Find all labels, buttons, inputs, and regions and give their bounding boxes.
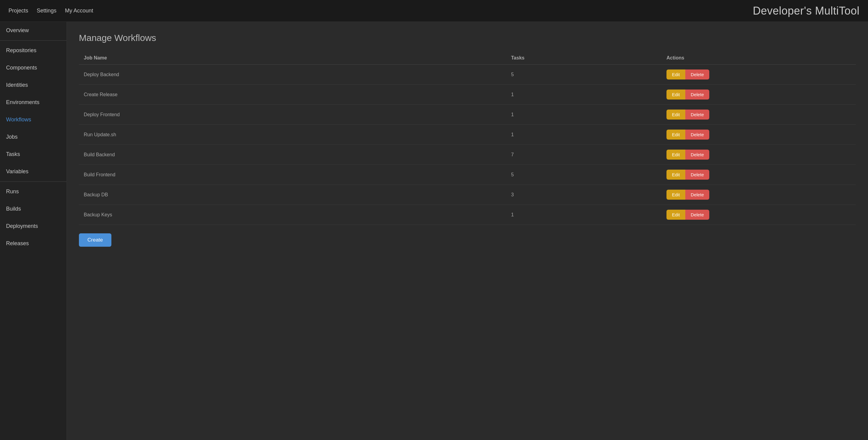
app-title: Developer's MultiTool (753, 5, 860, 17)
action-buttons: EditDelete (666, 150, 851, 160)
table-row: Backup DB3EditDelete (79, 185, 856, 205)
sidebar-item-releases[interactable]: Releases (0, 235, 66, 252)
action-buttons: EditDelete (666, 90, 851, 99)
workflow-table: Job Name Tasks Actions Deploy Backend5Ed… (79, 52, 856, 225)
tasks-cell: 7 (506, 145, 662, 165)
sidebar-item-runs[interactable]: Runs (0, 183, 66, 200)
sidebar-item-deployments[interactable]: Deployments (0, 218, 66, 235)
tasks-cell: 5 (506, 165, 662, 185)
tasks-cell: 1 (506, 85, 662, 105)
edit-button[interactable]: Edit (666, 190, 685, 200)
actions-cell: EditDelete (662, 205, 856, 225)
table-row: Run Update.sh1EditDelete (79, 125, 856, 145)
action-buttons: EditDelete (666, 69, 851, 80)
actions-cell: EditDelete (662, 145, 856, 165)
table-row: Deploy Frontend1EditDelete (79, 105, 856, 125)
job-name-cell: Run Update.sh (79, 125, 506, 145)
sidebar-item-builds[interactable]: Builds (0, 200, 66, 218)
edit-button[interactable]: Edit (666, 130, 685, 139)
delete-button[interactable]: Delete (685, 210, 709, 220)
tasks-cell: 3 (506, 185, 662, 205)
edit-button[interactable]: Edit (666, 90, 685, 99)
table-row: Backup Keys1EditDelete (79, 205, 856, 225)
delete-button[interactable]: Delete (685, 150, 709, 160)
job-name-cell: Build Frontend (79, 165, 506, 185)
tasks-cell: 1 (506, 205, 662, 225)
job-name-cell: Create Release (79, 85, 506, 105)
sidebar-item-components[interactable]: Components (0, 59, 66, 76)
actions-cell: EditDelete (662, 185, 856, 205)
actions-cell: EditDelete (662, 125, 856, 145)
action-buttons: EditDelete (666, 109, 851, 120)
sidebar: Overview Repositories Components Identit… (0, 22, 67, 440)
delete-button[interactable]: Delete (685, 169, 709, 180)
sidebar-item-environments[interactable]: Environments (0, 94, 66, 111)
job-name-cell: Backup DB (79, 185, 506, 205)
table-row: Create Release1EditDelete (79, 85, 856, 105)
actions-cell: EditDelete (662, 165, 856, 185)
nav-links: Projects Settings My Account (8, 8, 93, 14)
actions-cell: EditDelete (662, 85, 856, 105)
tasks-cell: 1 (506, 125, 662, 145)
sidebar-item-tasks[interactable]: Tasks (0, 146, 66, 163)
col-job-name: Job Name (79, 52, 506, 65)
actions-cell: EditDelete (662, 105, 856, 125)
delete-button[interactable]: Delete (685, 69, 709, 80)
action-buttons: EditDelete (666, 169, 851, 180)
table-row: Deploy Backend5EditDelete (79, 65, 856, 85)
table-row: Build Backend7EditDelete (79, 145, 856, 165)
main-content: Manage Workflows Job Name Tasks Actions … (67, 22, 868, 440)
table-row: Build Frontend5EditDelete (79, 165, 856, 185)
nav-settings[interactable]: Settings (37, 8, 57, 14)
sidebar-item-variables[interactable]: Variables (0, 163, 66, 180)
sidebar-item-identities[interactable]: Identities (0, 76, 66, 94)
job-name-cell: Backup Keys (79, 205, 506, 225)
actions-cell: EditDelete (662, 65, 856, 85)
col-tasks: Tasks (506, 52, 662, 65)
edit-button[interactable]: Edit (666, 169, 685, 180)
delete-button[interactable]: Delete (685, 109, 709, 120)
delete-button[interactable]: Delete (685, 90, 709, 99)
tasks-cell: 1 (506, 105, 662, 125)
edit-button[interactable]: Edit (666, 210, 685, 220)
create-button[interactable]: Create (79, 233, 112, 247)
edit-button[interactable]: Edit (666, 109, 685, 120)
tasks-cell: 5 (506, 65, 662, 85)
sidebar-item-jobs[interactable]: Jobs (0, 128, 66, 146)
action-buttons: EditDelete (666, 190, 851, 200)
action-buttons: EditDelete (666, 210, 851, 220)
job-name-cell: Deploy Frontend (79, 105, 506, 125)
sidebar-item-repositories[interactable]: Repositories (0, 42, 66, 59)
edit-button[interactable]: Edit (666, 69, 685, 80)
sidebar-item-workflows[interactable]: Workflows (0, 111, 66, 128)
nav-my-account[interactable]: My Account (65, 8, 93, 14)
col-actions: Actions (662, 52, 856, 65)
delete-button[interactable]: Delete (685, 190, 709, 200)
job-name-cell: Build Backend (79, 145, 506, 165)
layout: Overview Repositories Components Identit… (0, 22, 868, 440)
job-name-cell: Deploy Backend (79, 65, 506, 85)
top-nav: Projects Settings My Account Developer's… (0, 0, 868, 22)
nav-projects[interactable]: Projects (8, 8, 28, 14)
edit-button[interactable]: Edit (666, 150, 685, 160)
action-buttons: EditDelete (666, 130, 851, 139)
sidebar-item-overview[interactable]: Overview (0, 22, 66, 39)
delete-button[interactable]: Delete (685, 130, 709, 139)
page-title: Manage Workflows (79, 33, 856, 43)
